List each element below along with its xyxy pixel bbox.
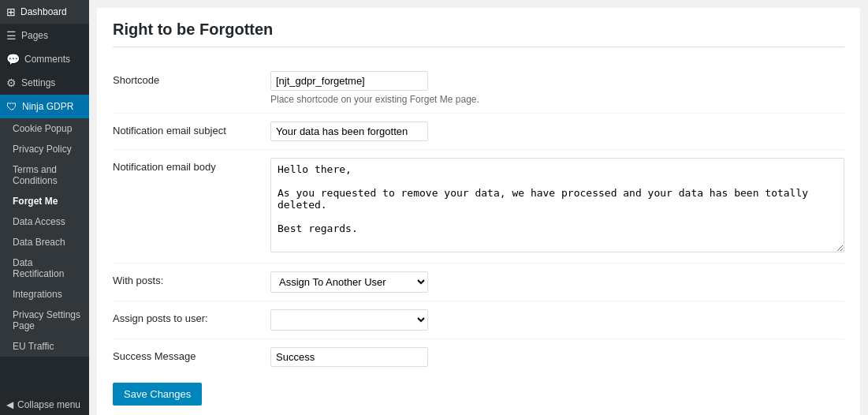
notification-body-row: Notification email body Hello there, As …: [113, 150, 844, 264]
success-message-field: [270, 347, 844, 367]
with-posts-label: With posts:: [113, 271, 270, 286]
sidebar-submenu: Cookie Popup Privacy Policy Terms and Co…: [0, 118, 89, 357]
sidebar-item-privacy-settings[interactable]: Privacy Settings Page: [0, 305, 89, 336]
shortcode-hint: Place shortcode on your existing Forget …: [270, 94, 844, 105]
success-message-input[interactable]: [270, 347, 428, 367]
notification-subject-field: [270, 122, 844, 141]
sidebar-item-label: Terms and Conditions: [13, 164, 83, 186]
sidebar-item-privacy-policy[interactable]: Privacy Policy: [0, 139, 89, 159]
sidebar: ⊞ Dashboard ☰ Pages 💬 Comments ⚙ Setting…: [0, 0, 89, 415]
sidebar-item-data-access[interactable]: Data Access: [0, 211, 89, 232]
notification-body-field: Hello there, As you requested to remove …: [270, 158, 844, 255]
settings-icon: ⚙: [6, 77, 17, 89]
sidebar-item-cookie-popup[interactable]: Cookie Popup: [0, 118, 89, 139]
collapse-label: Collapse menu: [17, 399, 80, 410]
shield-icon: 🛡: [6, 100, 17, 113]
sidebar-bottom: ◀ Collapse menu: [0, 394, 89, 415]
success-message-row: Success Message: [113, 339, 844, 375]
with-posts-field: Assign To Another User Delete: [270, 271, 844, 293]
shortcode-label: Shortcode: [113, 71, 270, 86]
assign-user-label: Assign posts to user:: [113, 309, 270, 324]
sidebar-item-label: Settings: [21, 77, 55, 88]
main-content: Right to be Forgotten Shortcode Place sh…: [89, 0, 868, 415]
sidebar-item-label: Pages: [21, 30, 48, 41]
sidebar-item-label: Data Rectification: [13, 257, 83, 279]
with-posts-select[interactable]: Assign To Another User Delete: [270, 271, 428, 293]
pages-icon: ☰: [6, 29, 17, 42]
shortcode-input[interactable]: [270, 71, 428, 91]
sidebar-item-label: Ninja GDPR: [22, 101, 73, 112]
sidebar-item-ninja-gdpr[interactable]: 🛡 Ninja GDPR: [0, 95, 89, 118]
sidebar-item-label: EU Traffic: [13, 341, 54, 352]
sidebar-item-terms-conditions[interactable]: Terms and Conditions: [0, 159, 89, 191]
notification-subject-row: Notification email subject: [113, 114, 844, 150]
sidebar-item-integrations[interactable]: Integrations: [0, 284, 89, 305]
comments-icon: 💬: [6, 53, 20, 65]
sidebar-item-pages[interactable]: ☰ Pages: [0, 24, 89, 47]
shortcode-field: Place shortcode on your existing Forget …: [270, 71, 844, 105]
sidebar-item-comments[interactable]: 💬 Comments: [0, 47, 89, 71]
notification-subject-label: Notification email subject: [113, 122, 270, 136]
assign-user-field: [270, 309, 844, 331]
collapse-icon: ◀: [6, 399, 13, 410]
with-posts-row: With posts: Assign To Another User Delet…: [113, 264, 844, 301]
sidebar-item-label: Dashboard: [20, 6, 67, 17]
sidebar-item-label: Data Access: [13, 216, 65, 227]
sidebar-item-data-rectification[interactable]: Data Rectification: [0, 252, 89, 284]
dashboard-icon: ⊞: [6, 6, 16, 18]
sidebar-item-label: Forget Me: [13, 196, 58, 207]
success-message-label: Success Message: [113, 347, 270, 362]
sidebar-item-settings[interactable]: ⚙ Settings: [0, 71, 89, 95]
notification-body-textarea[interactable]: Hello there, As you requested to remove …: [270, 158, 844, 252]
sidebar-item-eu-traffic[interactable]: EU Traffic: [0, 336, 89, 357]
notification-subject-input[interactable]: [270, 122, 428, 141]
page-title: Right to be Forgotten: [113, 21, 844, 47]
sidebar-item-data-breach[interactable]: Data Breach: [0, 232, 89, 252]
sidebar-item-label: Privacy Policy: [13, 144, 72, 155]
sidebar-item-label: Privacy Settings Page: [13, 309, 83, 331]
sidebar-item-label: Integrations: [13, 289, 62, 300]
sidebar-item-label: Cookie Popup: [13, 123, 72, 134]
notification-body-label: Notification email body: [113, 158, 270, 173]
save-changes-button[interactable]: Save Changes: [113, 383, 202, 406]
sidebar-item-dashboard[interactable]: ⊞ Dashboard: [0, 0, 89, 24]
assign-user-row: Assign posts to user:: [113, 301, 844, 339]
collapse-menu-button[interactable]: ◀ Collapse menu: [6, 399, 83, 410]
main-inner: Right to be Forgotten Shortcode Place sh…: [97, 8, 860, 415]
sidebar-item-label: Comments: [24, 54, 70, 65]
shortcode-row: Shortcode Place shortcode on your existi…: [113, 63, 844, 114]
assign-user-select[interactable]: [270, 309, 428, 331]
sidebar-item-label: Data Breach: [13, 237, 65, 248]
sidebar-item-forget-me[interactable]: Forget Me: [0, 191, 89, 211]
